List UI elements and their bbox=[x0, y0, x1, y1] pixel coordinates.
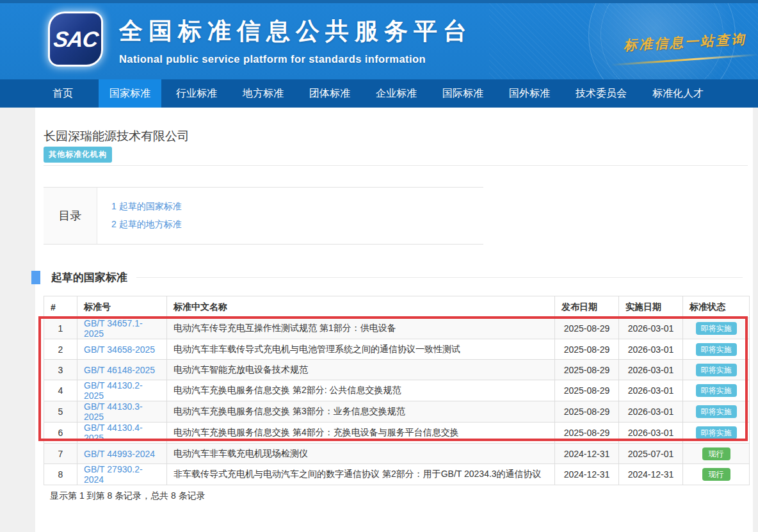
status-cell: 即将实施 bbox=[683, 318, 750, 339]
sac-logo[interactable]: SAC bbox=[48, 12, 103, 67]
row-number: 1 bbox=[44, 318, 77, 339]
nav-item-link[interactable]: 国际标准 bbox=[431, 79, 494, 108]
implement-date: 2026-03-01 bbox=[619, 401, 683, 423]
status-cell: 即将实施 bbox=[683, 423, 750, 444]
status-cell: 现行 bbox=[683, 464, 750, 485]
status-cell: 即将实施 bbox=[683, 360, 750, 380]
nav-item-active[interactable]: 国家标准 bbox=[99, 79, 161, 108]
nav-item-link[interactable]: 标准化人才 bbox=[641, 79, 714, 108]
status-cell: 即将实施 bbox=[683, 339, 750, 360]
column-header: 标准号 bbox=[77, 296, 167, 318]
standard-code-cell: GB/T 34658-2025 bbox=[77, 339, 167, 360]
site-title-block: 全国标准信息公共服务平台 National public service pla… bbox=[119, 15, 472, 65]
publish-date: 2025-08-29 bbox=[555, 318, 619, 339]
section-title: 起草的国家标准 bbox=[51, 270, 127, 285]
implement-date: 2026-03-01 bbox=[619, 360, 683, 380]
standard-code-link[interactable]: GB/T 44130.4-2025 bbox=[84, 423, 143, 443]
row-number: 5 bbox=[44, 401, 77, 423]
column-header: 发布日期 bbox=[555, 296, 619, 318]
publish-date: 2024-12-31 bbox=[555, 444, 619, 464]
status-badge: 现行 bbox=[702, 447, 730, 460]
site-title-cn: 全国标准信息公共服务平台 bbox=[119, 15, 472, 47]
section-header: 起草的国家标准 bbox=[51, 270, 743, 285]
implement-date: 2025-07-01 bbox=[619, 444, 683, 464]
column-header: 实施日期 bbox=[619, 296, 683, 318]
standard-name: 非车载传导式充电机与电动汽车之间的数字通信协议 第2部分：用于GB/T 2023… bbox=[167, 464, 555, 485]
standard-name: 电动汽车非车载充电机现场检测仪 bbox=[167, 444, 555, 464]
publish-date: 2025-08-29 bbox=[555, 401, 619, 423]
implement-date: 2026-03-01 bbox=[619, 423, 683, 444]
section-marker bbox=[31, 271, 40, 284]
table-body: 1GB/T 34657.1-2025电动汽车传导充电互操作性测试规范 第1部分：… bbox=[44, 318, 750, 485]
standard-name: 电动汽车充换电服务信息交换 第4部分：充换电设备与服务平台信息交换 bbox=[167, 423, 555, 444]
status-cell: 现行 bbox=[683, 444, 750, 464]
divider-line bbox=[44, 165, 748, 166]
nav-bar: 首页国家标准行业标准地方标准团体标准企业标准国际标准国外标准技术委员会标准化人才 bbox=[0, 79, 758, 108]
status-badge: 即将实施 bbox=[696, 405, 737, 418]
toc-link[interactable]: 1 起草的国家标准 bbox=[111, 201, 483, 213]
status-cell: 即将实施 bbox=[683, 401, 750, 423]
row-number: 4 bbox=[44, 380, 77, 401]
table-row: 4GB/T 44130.2-2025电动汽车充换电服务信息交换 第2部分: 公共… bbox=[44, 380, 750, 401]
standard-code-link[interactable]: GB/T 34658-2025 bbox=[84, 344, 155, 355]
toc-title: 目录 bbox=[44, 188, 97, 244]
table-row: 2GB/T 34658-2025电动汽车非车载传导式充电机与电池管理系统之间的通… bbox=[44, 339, 750, 360]
site-header: SAC 全国标准信息公共服务平台 National public service… bbox=[0, 0, 758, 79]
implement-date: 2026-03-01 bbox=[619, 318, 683, 339]
toc-links: 1 起草的国家标准2 起草的地方标准 bbox=[97, 188, 483, 244]
page: SAC 全国标准信息公共服务平台 National public service… bbox=[0, 0, 758, 532]
table-row: 3GB/T 46148-2025电动汽车智能充放电设备技术规范2025-08-2… bbox=[44, 360, 750, 380]
standard-code-cell: GB/T 34657.1-2025 bbox=[77, 318, 167, 339]
implement-date: 2024-12-31 bbox=[619, 464, 683, 485]
publish-date: 2024-12-31 bbox=[555, 464, 619, 485]
nav-item-link[interactable]: 技术委员会 bbox=[565, 79, 638, 108]
standard-code-cell: GB/T 44130.2-2025 bbox=[77, 380, 167, 401]
table-header-row: #标准号标准中文名称发布日期实施日期标准状态 bbox=[44, 296, 750, 318]
publish-date: 2025-08-29 bbox=[555, 339, 619, 360]
nav-item-link[interactable]: 地方标准 bbox=[232, 79, 294, 108]
row-number: 7 bbox=[44, 444, 77, 464]
standard-name: 电动汽车非车载传导式充电机与电池管理系统之间的通信协议一致性测试 bbox=[167, 339, 555, 360]
standard-code-link[interactable]: GB/T 44130.3-2025 bbox=[84, 401, 143, 422]
standard-code-cell: GB/T 44130.4-2025 bbox=[77, 423, 167, 444]
table-row: 5GB/T 44130.3-2025电动汽车充换电服务信息交换 第3部分：业务信… bbox=[44, 401, 750, 423]
status-badge: 即将实施 bbox=[696, 322, 737, 335]
status-badge: 现行 bbox=[702, 468, 730, 481]
nav-item-link[interactable]: 团体标准 bbox=[298, 79, 361, 108]
standard-code-link[interactable]: GB/T 34657.1-2025 bbox=[84, 318, 143, 339]
row-number: 6 bbox=[44, 423, 77, 444]
row-number: 8 bbox=[44, 464, 77, 485]
standard-code-cell: GB/T 27930.2-2024 bbox=[77, 464, 167, 485]
table-row: 6GB/T 44130.4-2025电动汽车充换电服务信息交换 第4部分：充换电… bbox=[44, 423, 750, 444]
status-badge: 即将实施 bbox=[696, 343, 737, 356]
publish-date: 2025-08-29 bbox=[555, 360, 619, 380]
nav-item-link[interactable]: 首页 bbox=[42, 79, 84, 108]
row-number: 2 bbox=[44, 339, 77, 360]
nav-item-link[interactable]: 企业标准 bbox=[365, 79, 428, 108]
site-title-en: National public service platform for sta… bbox=[119, 53, 472, 65]
header-top-strip bbox=[0, 0, 758, 3]
section-rule bbox=[136, 277, 743, 278]
column-header: 标准状态 bbox=[683, 296, 750, 318]
standard-code-cell: GB/T 46148-2025 bbox=[77, 360, 167, 380]
standard-code-cell: GB/T 44130.3-2025 bbox=[77, 401, 167, 423]
standard-code-cell: GB/T 44993-2024 bbox=[77, 444, 167, 464]
status-badge: 即将实施 bbox=[696, 384, 737, 397]
standard-code-link[interactable]: GB/T 27930.2-2024 bbox=[84, 464, 143, 485]
standard-code-link[interactable]: GB/T 46148-2025 bbox=[84, 365, 155, 375]
standard-code-link[interactable]: GB/T 44993-2024 bbox=[84, 449, 155, 459]
column-header: # bbox=[44, 296, 77, 318]
publish-date: 2025-08-29 bbox=[555, 380, 619, 401]
standard-name: 电动汽车充换电服务信息交换 第3部分：业务信息交换规范 bbox=[167, 401, 555, 423]
table-row: 7GB/T 44993-2024电动汽车非车载充电机现场检测仪2024-12-3… bbox=[44, 444, 750, 464]
standards-table: #标准号标准中文名称发布日期实施日期标准状态 1GB/T 34657.1-202… bbox=[44, 296, 750, 485]
publish-date: 2025-08-29 bbox=[555, 423, 619, 444]
toc-link[interactable]: 2 起草的地方标准 bbox=[111, 219, 483, 230]
nav-item-link[interactable]: 行业标准 bbox=[165, 79, 228, 108]
implement-date: 2026-03-01 bbox=[619, 380, 683, 401]
column-header: 标准中文名称 bbox=[167, 296, 555, 318]
status-badge: 即将实施 bbox=[696, 426, 737, 439]
toc-box: 目录 1 起草的国家标准2 起草的地方标准 bbox=[44, 187, 483, 245]
standard-code-link[interactable]: GB/T 44130.2-2025 bbox=[84, 380, 143, 401]
nav-item-link[interactable]: 国外标准 bbox=[498, 79, 561, 108]
